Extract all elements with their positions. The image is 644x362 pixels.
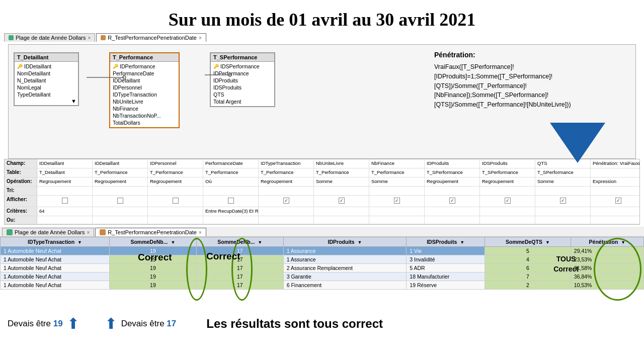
tab-r-test[interactable]: R_TestPerformancePenetrationDate × <box>96 33 206 42</box>
results-tbody: 1 Automobile Neuf Achat 19 17 1 Assuranc… <box>1 247 644 290</box>
field-item: IDPersonnel <box>110 84 179 91</box>
correct-label-1: Correct <box>138 252 172 263</box>
field-item: IDTypeTransaction <box>110 91 179 98</box>
field-item: NomLegal <box>15 84 78 91</box>
results-tab-plage[interactable]: Plage de date Année Dollars × <box>2 228 94 236</box>
table-row[interactable]: 1 Automobile Neuf Achat 19 17 3 Garantie… <box>1 273 644 281</box>
devais-19-group: Devais être 19 ⬆ <box>8 316 79 331</box>
field-item: TypeDetaillant <box>15 91 78 98</box>
field-item: QTS <box>211 91 274 98</box>
query-designer-area: T_Detaillant 🔑IDDetaillant NomDetaillant… <box>8 44 636 159</box>
field-item: 🔑IDSPerformance <box>211 63 274 70</box>
field-item: NbTransactionNoP... <box>110 112 179 119</box>
formula-area: Pénétration: VraiFaux([T_SPerformance]![… <box>434 50 625 110</box>
table-row[interactable]: 1 Automobile Neuf Achat 19 17 1 Assuranc… <box>1 247 644 255</box>
col-qts[interactable]: SommeDeQTS ▼ <box>485 237 571 247</box>
table-row[interactable]: 1 Automobile Neuf Achat 19 17 1 Assuranc… <box>1 255 644 264</box>
table-performance: T_Performance 🔑IDPerformance Performance… <box>109 52 180 128</box>
qbe-criteres-row: Critères: 64 Entre RecupDate(3) Et Rv 1 <box>5 207 639 216</box>
results-table-wrapper: IDTypeTransaction ▼ SommeDeNb... ▼ Somme… <box>0 237 644 290</box>
devais-17-group: ⬆ Devais être 17 <box>105 316 177 331</box>
field-item: PerformanceDate <box>110 70 179 77</box>
arrow-up-17: ⬆ <box>105 316 117 331</box>
field-item: TotalDollars <box>110 119 179 126</box>
field-item: IDSProduits <box>211 84 274 91</box>
results-header-row: IDTypeTransaction ▼ SommeDeNb... ▼ Somme… <box>1 237 644 247</box>
field-item: Total Argent <box>211 98 274 105</box>
results-tab-bar: Plage de date Année Dollars × R_TestPerf… <box>0 227 644 237</box>
table-sperformance: T_SPerformance 🔑IDSPerformance IDPerform… <box>210 52 275 107</box>
blue-down-arrow <box>550 123 605 163</box>
qbe-table-row: Table: T_Detaillant T_Performance T_Perf… <box>5 168 639 177</box>
results-table: IDTypeTransaction ▼ SommeDeNb... ▼ Somme… <box>0 237 644 290</box>
field-item: 🔑IDPerformance <box>110 63 179 70</box>
qbe-tri-row: Tri: <box>5 187 639 196</box>
field-item: 🔑IDDetaillant <box>15 63 78 70</box>
query-tab-bar: Plage de date Année Dollars × R_TestPerf… <box>4 33 206 42</box>
col-nb1[interactable]: SommeDeNb... ▼ <box>110 237 197 247</box>
field-item: N_Detaillant <box>15 77 78 84</box>
qbe-afficher-row: Afficher: <box>5 196 639 207</box>
correct-label-2: Correct <box>206 251 240 262</box>
table-detaillant: T_Detaillant 🔑IDDetaillant NomDetaillant… <box>14 52 79 106</box>
page-title: Sur un mois de 01 avril au 30 avril 2021 <box>0 0 644 34</box>
field-item: NbUniteLivre <box>110 98 179 105</box>
table-row[interactable]: 1 Automobile Neuf Achat 19 17 6 Financem… <box>1 281 644 290</box>
col-idtype[interactable]: IDTypeTransaction ▼ <box>1 237 110 247</box>
conclusion-text: Les résultats sont tous correct <box>206 317 383 331</box>
col-idsprod[interactable]: IDSProduits ▼ <box>407 237 485 247</box>
results-tab-rtest[interactable]: R_TestPerformancePenetrationDate × <box>95 228 206 236</box>
field-item: IDDetaillant <box>110 77 179 84</box>
field-item: NbFinance <box>110 105 179 112</box>
tab-plage[interactable]: Plage de date Année Dollars × <box>4 33 95 42</box>
qbe-grid: Champ: IDDetaillant IDDetaillant IDPerso… <box>4 159 640 225</box>
field-item: IDProduits <box>211 77 274 84</box>
table-row[interactable]: 1 Automobile Neuf Achat 19 17 2 Assuranc… <box>1 264 644 273</box>
qbe-ou-row: Ou: <box>5 216 639 224</box>
col-nb2[interactable]: SommeDeNb... ▼ <box>196 237 283 247</box>
qbe-operation-row: Opération: Regroupement Regroupement Reg… <box>5 177 639 187</box>
field-item: NomDetaillant <box>15 70 78 77</box>
arrow-up-19: ⬆ <box>67 316 79 331</box>
qbe-champ-row: Champ: IDDetaillant IDDetaillant IDPerso… <box>5 159 639 168</box>
tous-correct-label: TOUS Correct <box>553 254 579 274</box>
field-item: IDPerformance <box>211 70 274 77</box>
col-pen[interactable]: Pénétration ▼ <box>571 237 643 247</box>
col-idprod[interactable]: IDProduits ▼ <box>283 237 407 247</box>
